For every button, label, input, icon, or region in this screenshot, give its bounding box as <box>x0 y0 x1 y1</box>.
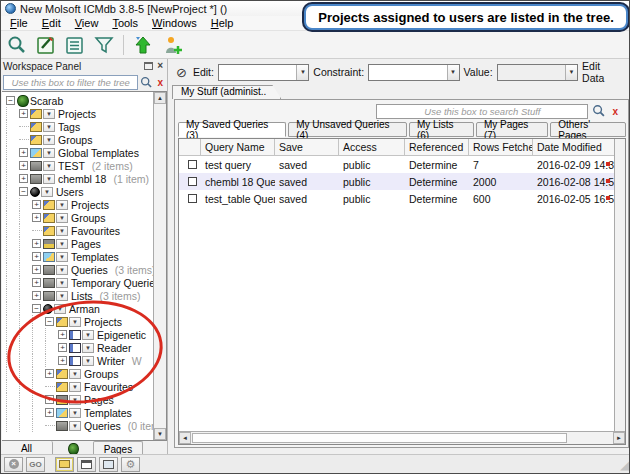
chevron-down-icon[interactable]: ▼ <box>296 65 308 80</box>
tree-item-projects[interactable]: −▼Projects <box>2 315 153 328</box>
item-dropdown-icon[interactable]: ▼ <box>69 421 81 431</box>
go-button[interactable]: GO <box>26 457 45 472</box>
item-dropdown-icon[interactable]: ▼ <box>69 382 81 392</box>
tree-item-groups[interactable]: ▼Groups <box>2 133 153 146</box>
item-dropdown-icon[interactable]: ▼ <box>43 161 55 171</box>
add-user-icon[interactable] <box>160 33 184 57</box>
item-dropdown-icon[interactable]: ▼ <box>43 148 55 158</box>
tab-my-pages-7-[interactable]: My Pages (7) <box>476 122 548 137</box>
item-dropdown-icon[interactable]: ▼ <box>56 252 68 262</box>
value-combobox[interactable]: ▼ <box>497 64 579 81</box>
tree-item-pages[interactable]: +▼Pages <box>2 237 153 250</box>
stuff-search-input[interactable]: Use this box to search Stuff <box>376 104 588 119</box>
column-header-referenced[interactable]: Referenced <box>405 139 469 155</box>
item-dropdown-icon[interactable]: ▼ <box>56 213 68 223</box>
item-dropdown-icon[interactable]: ▼ <box>43 122 55 132</box>
expand-plus-icon[interactable]: + <box>19 174 28 183</box>
menu-tools[interactable]: Tools <box>105 17 145 29</box>
tree-item-scarab[interactable]: −Scarab <box>2 94 153 107</box>
table-row[interactable]: test querysavedpublicDetermine72016-02-0… <box>179 156 625 173</box>
chevron-down-icon[interactable]: ▼ <box>565 65 577 80</box>
tree-item-test[interactable]: +▼TEST(2 items) <box>2 159 153 172</box>
tree-item-reader[interactable]: +▼Reader <box>2 341 153 354</box>
screen-view-button[interactable] <box>99 457 118 472</box>
collapse-minus-icon[interactable]: − <box>45 317 54 326</box>
tab-my-stuff[interactable]: My Stuff (administ.. <box>172 85 281 99</box>
edit-pencil-icon[interactable] <box>34 33 58 57</box>
column-header-query-name[interactable]: Query Name <box>201 139 275 155</box>
clear-search-icon[interactable]: x <box>610 106 620 117</box>
item-dropdown-icon[interactable]: ▼ <box>41 187 53 197</box>
tree-item-pages[interactable]: +▼Pages <box>2 393 153 406</box>
item-dropdown-icon[interactable]: ▼ <box>56 291 68 301</box>
collapse-minus-icon[interactable]: − <box>6 96 15 105</box>
tree-item-users[interactable]: −▼Users <box>2 185 153 198</box>
item-dropdown-icon[interactable]: ▼ <box>69 395 81 405</box>
expand-plus-icon[interactable]: + <box>19 161 28 170</box>
item-dropdown-icon[interactable]: ▼ <box>69 317 81 327</box>
expand-plus-icon[interactable]: + <box>32 252 41 261</box>
collapse-minus-icon[interactable]: − <box>19 187 28 196</box>
item-dropdown-icon[interactable]: ▼ <box>43 109 55 119</box>
tree-item-queries[interactable]: ▼Queries(0 item <box>2 419 153 432</box>
tree-item-templates[interactable]: +▼Templates <box>2 406 153 419</box>
tab-my-lists-6-[interactable]: My Lists (6) <box>409 122 474 137</box>
menu-help[interactable]: Help <box>204 17 241 29</box>
item-dropdown-icon[interactable]: ▼ <box>69 369 81 379</box>
tree-item-global-templates[interactable]: +▼Global Templates <box>2 146 153 159</box>
collapse-minus-icon[interactable]: − <box>32 304 41 313</box>
tree-item-groups[interactable]: +▼Groups <box>2 367 153 380</box>
tree-item-epigenetic[interactable]: +▼Epigenetic <box>2 328 153 341</box>
expand-plus-icon[interactable]: + <box>58 330 67 339</box>
item-dropdown-icon[interactable]: ▼ <box>43 135 55 145</box>
tree-filter-input[interactable]: Use this box to filter the tree <box>3 75 138 90</box>
tree-item-chembl-18[interactable]: +▼chembl 18(1 item) <box>2 172 153 185</box>
expand-plus-icon[interactable]: + <box>32 239 41 248</box>
filter-search-icon[interactable] <box>140 76 153 89</box>
item-dropdown-icon[interactable]: ▼ <box>54 304 66 314</box>
row-checkbox[interactable] <box>188 160 197 169</box>
row-checkbox[interactable] <box>188 177 197 186</box>
column-header-rows-fetched[interactable]: Rows Fetched <box>469 139 533 155</box>
expand-plus-icon[interactable]: + <box>58 356 67 365</box>
expand-plus-icon[interactable]: + <box>45 395 54 404</box>
menu-edit[interactable]: Edit <box>35 17 68 29</box>
tree-item-favourites[interactable]: ▼Favourites <box>2 380 153 393</box>
close-panel-icon[interactable]: × <box>157 62 163 70</box>
expand-plus-icon[interactable]: + <box>32 265 41 274</box>
expand-plus-icon[interactable]: + <box>58 343 67 352</box>
row-checkbox[interactable] <box>188 194 197 203</box>
menu-windows[interactable]: Windows <box>145 17 204 29</box>
cancel-button[interactable]: × <box>4 457 23 472</box>
item-dropdown-icon[interactable]: ▼ <box>56 265 68 275</box>
scroll-right-icon[interactable]: ► <box>613 432 625 444</box>
tree-item-projects[interactable]: +▼Projects <box>2 198 153 211</box>
tree-item-favourites[interactable]: ▼Favourites <box>2 224 153 237</box>
table-row[interactable]: chembl 18 QuerysavedpublicDetermine20002… <box>179 173 625 190</box>
scroll-down-icon[interactable]: ▼ <box>154 428 166 440</box>
chevron-down-icon[interactable]: ▼ <box>447 65 459 80</box>
item-dropdown-icon[interactable]: ▼ <box>43 174 55 184</box>
filter-funnel-icon[interactable] <box>92 33 116 57</box>
constraint-combobox[interactable]: ▼ <box>368 64 459 81</box>
tree-item-groups[interactable]: +▼Groups <box>2 211 153 224</box>
item-dropdown-icon[interactable]: ▼ <box>82 330 94 340</box>
tree-scrollbar[interactable]: ▲ ▼ <box>153 92 166 440</box>
item-dropdown-icon[interactable]: ▼ <box>56 226 68 236</box>
float-window-icon[interactable] <box>144 62 153 70</box>
item-dropdown-icon[interactable]: ▼ <box>56 278 68 288</box>
tree-item-lists[interactable]: +▼Lists(3 items) <box>2 289 153 302</box>
tab-my-unsaved-queries-4-[interactable]: My Unsaved Queries (4) <box>288 122 407 137</box>
table-vertical-scrollbar[interactable] <box>614 139 625 431</box>
menu-view[interactable]: View <box>68 17 106 29</box>
column-header-access[interactable]: Access <box>339 139 405 155</box>
list-icon[interactable] <box>63 33 87 57</box>
tree-item-arman[interactable]: −▼Arman <box>2 302 153 315</box>
tab-others-pages[interactable]: Others' Pages <box>550 122 626 137</box>
clear-filter-icon[interactable]: x <box>155 77 165 88</box>
table-row[interactable]: test_table QuerysavedpublicDetermine6002… <box>179 190 625 207</box>
tree-item-temporary-queries[interactable]: +▼Temporary Queries <box>2 276 153 289</box>
item-dropdown-icon[interactable]: ▼ <box>69 408 81 418</box>
scroll-left-icon[interactable]: ◄ <box>179 432 191 444</box>
expand-plus-icon[interactable]: + <box>32 200 41 209</box>
